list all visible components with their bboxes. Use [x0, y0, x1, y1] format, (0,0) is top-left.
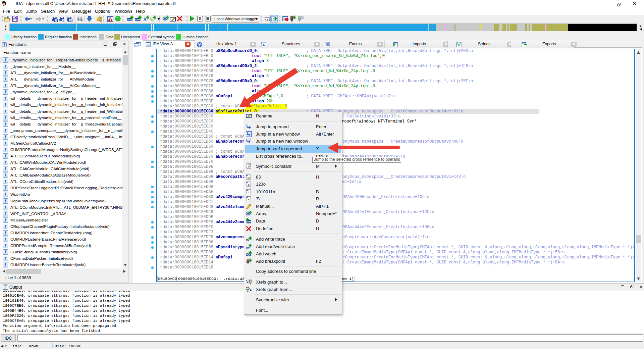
svg-text:‘x’: ‘x’ [247, 198, 250, 201]
svg-text:8: 8 [248, 183, 249, 186]
svg-text:c: c [273, 17, 274, 21]
svg-text:2: 2 [248, 191, 249, 194]
svg-text:T: T [63, 19, 64, 22]
svg-text:101: 101 [68, 19, 72, 22]
svg-text:A: A [262, 43, 265, 47]
svg-text:#: # [55, 19, 57, 22]
svg-text:2: 2 [248, 166, 249, 168]
svg-text:10: 10 [247, 176, 250, 179]
svg-text:c: c [267, 18, 268, 21]
svg-text:1: 1 [249, 165, 250, 167]
svg-text:‘s’: ‘s’ [457, 43, 461, 47]
